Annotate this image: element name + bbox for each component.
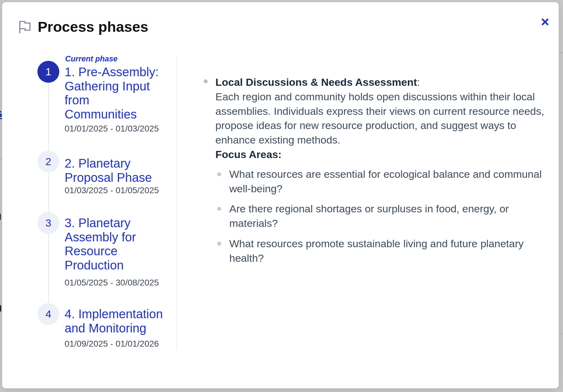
phase-description: Local Discussions & Needs Assessment: Ea… bbox=[200, 75, 546, 271]
focus-areas-list: What resources are essential for ecologi… bbox=[215, 167, 546, 265]
phase-3-link[interactable]: 3. Planetary Assembly for Resource Produ… bbox=[65, 216, 163, 272]
timeline-connector bbox=[48, 234, 49, 303]
focus-areas-label: Focus Areas: bbox=[215, 148, 282, 160]
phase-4-step-marker: 4 bbox=[37, 303, 59, 325]
step-number: 3 bbox=[45, 217, 51, 229]
flag-icon bbox=[18, 20, 31, 33]
description-body: Each region and community holds open dis… bbox=[215, 91, 544, 146]
step-number: 4 bbox=[45, 308, 51, 320]
phase-4-dates: 01/09/2025 - 01/01/2026 bbox=[65, 339, 163, 349]
phase-2-step-marker: 2 bbox=[37, 151, 59, 173]
flag-icon-graphic bbox=[18, 20, 31, 33]
step-number: 1 bbox=[45, 66, 51, 78]
focus-area-item: Are there regional shortages or surpluse… bbox=[215, 202, 546, 231]
focus-area-item: What resources promote sustainable livin… bbox=[215, 236, 546, 265]
timeline-connector bbox=[48, 83, 49, 151]
phase-4-link[interactable]: 4. Implementation and Monitoring bbox=[65, 307, 163, 335]
description-item: Local Discussions & Needs Assessment: Ea… bbox=[200, 75, 546, 265]
phase-1-link[interactable]: 1. Pre-Assembly: Gathering Input from Co… bbox=[65, 65, 163, 121]
close-icon bbox=[540, 17, 550, 27]
description-heading-colon: : bbox=[417, 76, 420, 88]
phase-3-step-marker: 3 bbox=[37, 212, 59, 234]
focus-area-item: What resources are essential for ecologi… bbox=[215, 167, 546, 196]
phase-1-step-marker: 1 bbox=[37, 61, 59, 83]
description-heading: Local Discussions & Needs Assessment bbox=[215, 76, 417, 88]
current-phase-label: Current phase bbox=[65, 54, 117, 63]
timeline-connector bbox=[48, 173, 49, 212]
process-phases-dialog: Process phases 1 2 3 4 Current phase 1. … bbox=[2, 2, 559, 388]
phase-2-link[interactable]: 2. Planetary Proposal Phase bbox=[65, 156, 163, 185]
phase-2-dates: 01/03/2025 - 01/05/2025 bbox=[65, 185, 163, 196]
close-button[interactable] bbox=[539, 15, 552, 28]
step-number: 2 bbox=[45, 156, 51, 168]
phase-1-dates: 01/01/2025 - 01/03/2025 bbox=[65, 123, 163, 134]
phase-3-dates: 01/05/2025 - 30/08/2025 bbox=[65, 277, 163, 288]
description-list: Local Discussions & Needs Assessment: Ea… bbox=[200, 75, 546, 265]
dialog-title: Process phases bbox=[38, 19, 148, 35]
column-divider bbox=[176, 57, 177, 350]
